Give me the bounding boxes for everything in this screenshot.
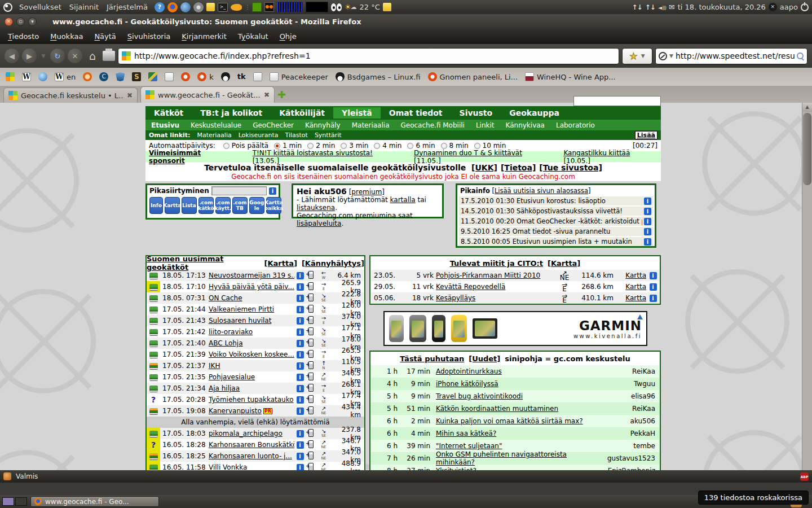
info-icon[interactable]: i — [297, 317, 304, 325]
cache-link[interactable]: Karhonsaaren Bonuskätkö — [209, 441, 294, 449]
map-link[interactable]: Kartta — [625, 271, 646, 279]
info-icon[interactable]: i — [297, 272, 304, 279]
info-icon[interactable]: i — [297, 283, 304, 291]
cache-link[interactable]: Sulosaaren huvilat — [209, 317, 271, 325]
nav-item[interactable]: TB:t ja kolikot — [192, 107, 271, 119]
subnav-item[interactable]: Geocache.fi Mobiili — [395, 121, 470, 129]
phone-alert-icon[interactable] — [306, 429, 315, 437]
quickjump-button[interactable]: Kartta — [165, 197, 180, 214]
tab-geocache-active[interactable]: www.geocache.fi - Geokät... ✖ — [140, 86, 275, 103]
tab-close-icon[interactable]: ✖ — [264, 91, 270, 99]
own-link[interactable]: Lokiseuranta — [239, 132, 279, 139]
stop-icon[interactable]: ✕ — [68, 49, 82, 63]
menu-muokkaa[interactable]: Muokkaa — [45, 32, 89, 41]
search-engine-dropdown-icon[interactable]: ▼ — [669, 53, 673, 59]
cache-link[interactable]: pikomala_archipelago — [209, 430, 283, 437]
forum-topic-link[interactable]: iPhone kätköilyssä — [436, 380, 498, 388]
garmin-ad-banner[interactable]: GARMIN www.kivenalla.fi — [383, 311, 647, 346]
subnav-item[interactable]: Laboratorio — [550, 121, 601, 129]
info-icon[interactable]: i — [644, 238, 651, 246]
bookmark-item[interactable] — [83, 72, 92, 81]
own-link[interactable]: Materiaalia — [197, 132, 231, 139]
sponsor-link[interactable]: Dynaaminen duo T & S kiittävät — [414, 149, 522, 157]
quickjump-button[interactable]: Goog le — [249, 197, 264, 214]
info-icon[interactable]: i — [297, 295, 304, 302]
search-bar[interactable]: ▼ http://www.speedtest.net/result/8 — [655, 48, 807, 64]
cache-link[interactable]: IKH — [209, 362, 220, 370]
search-text[interactable]: http://www.speedtest.net/result/8 — [676, 51, 795, 60]
phone-alert-icon[interactable] — [306, 361, 315, 369]
volume-icon[interactable] — [658, 3, 666, 11]
network-updown-icon-2[interactable]: ↑↓ — [645, 3, 655, 11]
bookmark-item[interactable] — [165, 72, 174, 81]
phone-alert-icon[interactable] — [306, 316, 315, 324]
bookmark-item[interactable] — [99, 72, 108, 81]
subnav-item[interactable]: Linkit — [470, 121, 500, 129]
minimize-window-icon[interactable]: ▫ — [16, 17, 25, 26]
greeting-link[interactable]: lisäpalveluita — [297, 220, 341, 227]
quickjump-button[interactable]: Kartta paikka — [266, 197, 281, 214]
phone-alert-icon[interactable] — [306, 294, 315, 301]
bookmark-item[interactable] — [38, 72, 47, 81]
forum-topic-link[interactable]: Mihin saa kätkeä? — [436, 430, 496, 437]
info-icon[interactable]: i — [297, 374, 304, 381]
phone-alert-icon[interactable] — [306, 452, 315, 459]
sponsor-link[interactable]: Kangastilkku kiittää — [563, 149, 630, 157]
tray-green-icon[interactable] — [252, 2, 262, 12]
tab-close-icon[interactable]: ✖ — [127, 91, 133, 99]
scrollbar[interactable]: ▲ ▼ — [802, 103, 812, 483]
close-window-icon[interactable]: ✕ — [5, 17, 13, 26]
menu-näytä[interactable]: Näytä — [89, 32, 121, 41]
forum-topic-link[interactable]: Kätkön koordinaattien muuttaminen — [436, 405, 558, 413]
print-icon[interactable] — [103, 51, 115, 61]
user-status-icon[interactable]: ✕ — [769, 3, 777, 11]
info-icon[interactable]: i — [297, 306, 304, 313]
mail-indicator-icon[interactable]: ✉ — [669, 3, 675, 11]
taskbar-window-button[interactable]: www.geocache.fi - Geo... — [30, 496, 159, 507]
forum-topic-link[interactable]: Adoptointinurkkaus — [436, 367, 502, 375]
network-graph-applet[interactable] — [277, 2, 303, 12]
phone-alert-icon[interactable] — [306, 305, 315, 313]
nav-item[interactable]: Yleistä — [333, 107, 381, 119]
temperature-label[interactable]: 22 °C — [360, 3, 380, 11]
info-icon[interactable]: i — [297, 430, 304, 437]
map-link[interactable]: Kartta — [625, 294, 646, 302]
bookmark-item[interactable]: Peacekeeper — [270, 72, 328, 81]
sound-recorder-icon[interactable] — [193, 2, 204, 12]
tray-terminal-icon[interactable]: ●● — [264, 2, 274, 12]
bookmark-item[interactable]: k — [197, 72, 214, 81]
fish-applet-icon[interactable] — [231, 4, 242, 11]
cache-link[interactable]: Karhonsaaren luonto- j... — [209, 452, 292, 460]
quickjump-button[interactable]: Lista — [182, 197, 197, 214]
phone-alert-icon[interactable] — [306, 384, 315, 392]
reload-icon[interactable]: ↻ — [50, 49, 65, 63]
cache-link[interactable]: Kanervanpuisto — [209, 407, 262, 415]
power-icon[interactable] — [801, 3, 809, 11]
forum-topic-link[interactable]: "Internet suljetaan" — [436, 442, 502, 450]
menu-ohje[interactable]: Ohje — [274, 32, 302, 41]
radio-icon[interactable] — [441, 143, 447, 149]
bookmark-item[interactable] — [148, 72, 157, 81]
star-icon[interactable]: ★ — [629, 51, 637, 62]
quickjump-button[interactable]: Info — [149, 197, 163, 214]
workspace-switcher[interactable] — [2, 497, 27, 506]
info-icon[interactable]: i — [297, 441, 304, 449]
cache-link[interactable]: liito-oraviako — [209, 328, 253, 336]
phone-alert-icon[interactable] — [306, 373, 315, 380]
menu-kirjanmerkit[interactable]: Kirjanmerkit — [176, 32, 232, 41]
firefox-launcher-icon[interactable] — [167, 2, 178, 12]
radio-icon[interactable] — [307, 143, 314, 149]
quickjump-button[interactable]: .com kätkö — [198, 197, 214, 214]
menu-tiedosto[interactable]: Tiedosto — [2, 32, 45, 41]
nav-item[interactable]: Sivusto — [451, 107, 501, 119]
info-icon[interactable]: i — [297, 351, 304, 358]
home-icon[interactable]: ⌂ — [85, 49, 100, 63]
cache-link[interactable]: Valkeaniemen Pirtti — [209, 305, 274, 313]
info-icon[interactable]: i — [644, 228, 651, 235]
welcome-link[interactable]: [Tue sivustoa] — [539, 163, 602, 172]
phone-alert-icon[interactable] — [306, 463, 315, 471]
phone-alert-icon[interactable] — [306, 406, 315, 414]
radio-icon[interactable] — [341, 143, 347, 149]
info-icon[interactable]: i — [269, 187, 276, 195]
star-dropdown-icon[interactable]: ▼ — [641, 53, 645, 59]
